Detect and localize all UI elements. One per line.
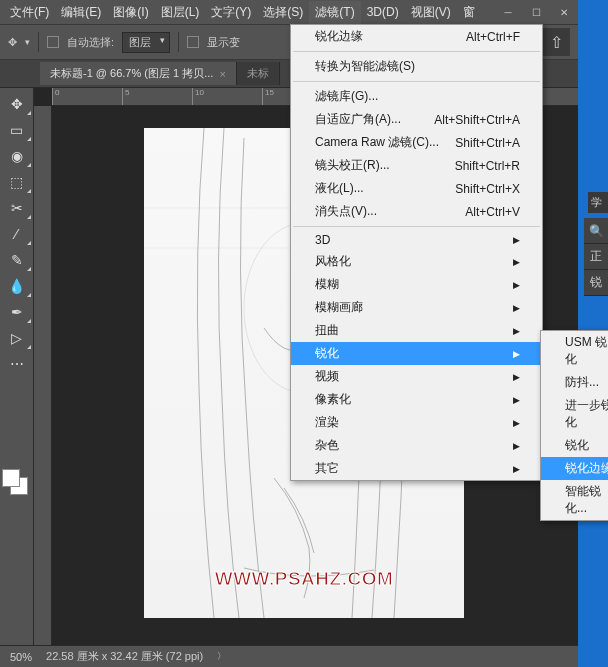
menu-item-锐化[interactable]: 锐化▶ [291,342,542,365]
brush-tool[interactable]: ✎ [2,248,32,272]
blur-tool[interactable]: 💧 [2,274,32,298]
menu-layer[interactable]: 图层(L) [155,1,206,24]
submenu-item[interactable]: USM 锐化 [541,331,608,371]
menubar: 文件(F) 编辑(E) 图像(I) 图层(L) 文字(Y) 选择(S) 滤镜(T… [0,0,578,24]
panel-tab-2[interactable]: 锐 [584,270,608,296]
menu-select[interactable]: 选择(S) [257,1,309,24]
submenu-item[interactable]: 智能锐化... [541,480,608,520]
document-tab-inactive[interactable]: 未标 [237,62,280,85]
menu-3d[interactable]: 3D(D) [361,2,405,22]
path-select-tool[interactable]: ▷ [2,326,32,350]
pen-tool[interactable]: ✒ [2,300,32,324]
menu-item-扭曲[interactable]: 扭曲▶ [291,319,542,342]
watermark: WWW.PSAHZ.COM [215,568,394,590]
menu-item[interactable]: 自适应广角(A)...Alt+Shift+Ctrl+A [291,108,542,131]
statusbar: 50% 22.58 厘米 x 32.42 厘米 (72 ppi) 〉 [0,645,578,667]
statusbar-chevron-icon[interactable]: 〉 [217,650,226,663]
auto-select-checkbox[interactable] [47,36,59,48]
menu-item-模糊[interactable]: 模糊▶ [291,273,542,296]
tab-title: 未标题-1 @ 66.7% (图层 1 拷贝... [50,66,213,81]
eyedropper-tool[interactable]: ⁄ [2,222,32,246]
toolbox: ✥ ▭ ◉ ⬚ ✂ ⁄ ✎ 💧 ✒ ▷ ⋯ [0,88,34,645]
menu-edit[interactable]: 编辑(E) [55,1,107,24]
menu-item[interactable]: 液化(L)...Shift+Ctrl+X [291,177,542,200]
show-transform-label: 显示变 [207,35,240,50]
layer-dropdown[interactable]: 图层 [122,32,170,53]
menu-smart-filter[interactable]: 转换为智能滤镜(S) [291,55,542,78]
menu-filter[interactable]: 滤镜(T) [309,1,360,24]
maximize-button[interactable]: ☐ [522,0,550,24]
menu-item-风格化[interactable]: 风格化▶ [291,250,542,273]
menu-item-3D[interactable]: 3D▶ [291,230,542,250]
share-icon[interactable]: ⇧ [542,28,570,56]
filter-menu: 锐化边缘 Alt+Ctrl+F 转换为智能滤镜(S) 滤镜库(G)...自适应广… [290,24,543,481]
auto-select-label: 自动选择: [67,35,114,50]
crop-tool[interactable]: ✂ [2,196,32,220]
panel-tab-1[interactable]: 正 [584,244,608,270]
color-swatch[interactable] [0,467,30,497]
menu-item[interactable]: Camera Raw 滤镜(C)...Shift+Ctrl+A [291,131,542,154]
sharpen-submenu: USM 锐化防抖...进一步锐化锐化锐化边缘智能锐化... [540,330,608,521]
minimize-button[interactable]: ─ [494,0,522,24]
ruler-vertical[interactable] [34,106,52,645]
menu-item-渲染[interactable]: 渲染▶ [291,411,542,434]
tab-close-icon[interactable]: × [219,68,225,80]
foreground-color[interactable] [2,469,20,487]
document-dims: 22.58 厘米 x 32.42 厘米 (72 ppi) [46,649,203,664]
search-icon[interactable]: 🔍 [584,218,608,244]
tab-title: 未标 [247,66,269,81]
menu-image[interactable]: 图像(I) [107,1,154,24]
menu-item[interactable]: 镜头校正(R)...Shift+Ctrl+R [291,154,542,177]
move-tool[interactable]: ✥ [2,92,32,116]
window-controls: ─ ☐ ✕ [494,0,578,24]
panel-header[interactable]: 学 [588,192,608,213]
menu-last-filter[interactable]: 锐化边缘 Alt+Ctrl+F [291,25,542,48]
menu-item-像素化[interactable]: 像素化▶ [291,388,542,411]
document-tab-active[interactable]: 未标题-1 @ 66.7% (图层 1 拷贝... × [40,62,237,85]
menu-type[interactable]: 文字(Y) [205,1,257,24]
menu-item-杂色[interactable]: 杂色▶ [291,434,542,457]
menu-window[interactable]: 窗 [457,1,481,24]
menu-view[interactable]: 视图(V) [405,1,457,24]
zoom-level[interactable]: 50% [10,651,32,663]
lasso-tool[interactable]: ◉ [2,144,32,168]
marquee-tool[interactable]: ▭ [2,118,32,142]
menu-item[interactable]: 滤镜库(G)... [291,85,542,108]
menu-item-模糊画廊[interactable]: 模糊画廊▶ [291,296,542,319]
menu-file[interactable]: 文件(F) [4,1,55,24]
menu-item-其它[interactable]: 其它▶ [291,457,542,480]
submenu-item[interactable]: 进一步锐化 [541,394,608,434]
edit-toolbar[interactable]: ⋯ [2,352,32,376]
show-transform-checkbox[interactable] [187,36,199,48]
move-tool-icon[interactable]: ✥ [8,36,17,49]
submenu-item[interactable]: 锐化 [541,434,608,457]
submenu-item[interactable]: 防抖... [541,371,608,394]
right-panel-icons: 🔍 正 锐 [584,218,608,296]
menu-item[interactable]: 消失点(V)...Alt+Ctrl+V [291,200,542,223]
quick-select-tool[interactable]: ⬚ [2,170,32,194]
close-button[interactable]: ✕ [550,0,578,24]
menu-item-视频[interactable]: 视频▶ [291,365,542,388]
submenu-item[interactable]: 锐化边缘 [541,457,608,480]
